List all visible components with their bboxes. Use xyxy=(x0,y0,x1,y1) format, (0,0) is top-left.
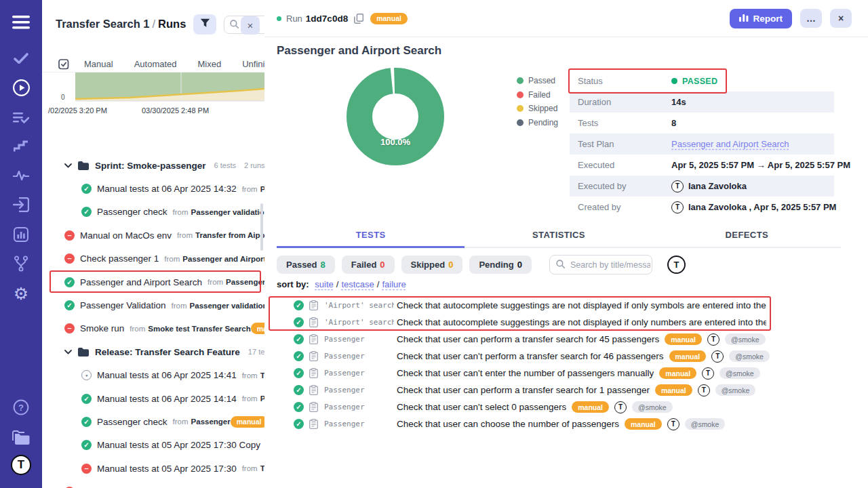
logo-avatar[interactable]: T xyxy=(0,455,42,475)
tree-item[interactable]: Manual tests at 06 May 2025 14:43 from T… xyxy=(42,480,264,488)
detail-text: Passenger and Airport Search xyxy=(671,139,789,149)
tree-item[interactable]: Manual tests at 06 Apr 2025 14:14 from P… xyxy=(42,387,264,410)
runs-play-icon[interactable] xyxy=(0,77,42,98)
plans-list-check-icon[interactable] xyxy=(0,107,42,127)
copy-icon[interactable] xyxy=(354,14,363,24)
tree-item[interactable]: Smoke run from Smoke test Transfer Searc… xyxy=(42,317,264,340)
tree-item-from: from xyxy=(173,418,189,426)
run-status-icon xyxy=(81,370,92,380)
report-button[interactable]: Report xyxy=(730,9,793,28)
detail-text: PASSED xyxy=(682,77,717,86)
assignee-avatar-button[interactable]: T xyxy=(667,256,686,274)
tests-list: 'Airport' search … Check that autocomple… xyxy=(264,297,868,432)
chart-y-tick: 0 xyxy=(61,94,65,101)
test-row[interactable]: Passenger Check that user can't enter th… xyxy=(264,365,868,382)
test-title: Check that autocomplete suggestings are … xyxy=(397,300,766,310)
tree-item[interactable]: Manual tests at 06 Apr 2025 14:32 from P… xyxy=(42,177,264,200)
legend-item: Failed xyxy=(517,90,558,100)
chevron-down-icon[interactable] xyxy=(64,163,72,168)
test-title: Check that user can't select 0 passenger… xyxy=(397,402,566,412)
test-status-icon xyxy=(294,334,304,344)
run-status-icon xyxy=(81,464,92,474)
tree-item[interactable]: Manual on MacOs env from Transfer from A… xyxy=(42,224,264,247)
tree-item-from: from xyxy=(242,371,258,380)
test-row[interactable]: Passenger Check that user can't perform … xyxy=(264,348,868,365)
manual-badge: manual xyxy=(655,384,692,396)
sort-by-suite-link[interactable]: suite xyxy=(315,279,333,289)
avatar: T xyxy=(671,180,684,192)
tree-item-label: Check passenger 1 xyxy=(80,253,159,264)
manual-badge: manual xyxy=(669,350,707,362)
tab[interactable]: DEFECTS xyxy=(653,230,841,248)
tree-item-label: Manual tests at 05 Apr 2025 17:30 Copy xyxy=(97,440,260,450)
breadcrumb-project[interactable]: Transfer Search 1 xyxy=(56,18,150,30)
filter-button[interactable]: Failed 0 xyxy=(342,256,395,274)
tree-item-from: from xyxy=(242,394,258,403)
tree-item[interactable]: Sprint: Smoke-passenger 6 tests2 runs xyxy=(42,154,264,177)
tree-item[interactable]: Release: Transfer Search Feature 17 test… xyxy=(42,340,264,363)
tree-item-source: Passenger and Airport Search xyxy=(182,255,264,263)
search-close-button[interactable]: × xyxy=(241,16,260,35)
avatar: T xyxy=(698,384,710,396)
tree-item[interactable]: Passenger check from Passenger manual 6 xyxy=(42,410,264,433)
tag-badge: @smoke xyxy=(632,401,673,413)
filter-button[interactable]: Passed 8 xyxy=(277,256,335,274)
test-row[interactable]: Passenger Check that user can perform a … xyxy=(264,382,868,399)
manual-badge: manual xyxy=(665,333,702,345)
import-icon[interactable] xyxy=(0,195,42,215)
tree-item[interactable]: Manual tests at 06 Apr 2025 14:41 from T… xyxy=(42,364,264,387)
tree-item-label: Manual tests at 05 Apr 2025 17:30 xyxy=(97,464,237,474)
branch-icon[interactable] xyxy=(0,253,42,274)
tree-item[interactable]: Check passenger 1 from Passenger and Air… xyxy=(42,247,264,270)
tab[interactable]: TESTS xyxy=(277,230,465,248)
legend-item: Pending xyxy=(517,118,558,127)
test-row[interactable]: 'Airport' search … Check that autocomple… xyxy=(264,314,868,331)
tree-item-label: Passenger check xyxy=(97,207,167,217)
run-status-icon xyxy=(64,323,75,333)
tests-search[interactable] xyxy=(549,255,652,274)
detail-value: Passenger and Airport Search xyxy=(671,139,789,149)
tree-item-label: Passenger check xyxy=(97,417,167,427)
tree-item-label: Release: Transfer Search Feature xyxy=(95,347,240,357)
runs-tab[interactable]: Unfinished xyxy=(242,59,265,69)
filter-button[interactable]: Pending 0 xyxy=(469,256,532,274)
runs-tab[interactable]: Manual xyxy=(84,59,113,69)
funnel-icon xyxy=(200,18,210,30)
test-row[interactable]: 'Airport' search … Check that autocomple… xyxy=(264,297,868,314)
more-button[interactable]: … xyxy=(800,9,822,28)
filter-button[interactable]: Skipped 0 xyxy=(401,256,463,274)
scrollbar-thumb[interactable] xyxy=(260,203,263,251)
tree-item[interactable]: Passenger check from Passenger validatio… xyxy=(42,201,264,224)
steps-icon[interactable] xyxy=(0,136,42,157)
select-all-icon[interactable] xyxy=(58,58,69,70)
tree-item[interactable]: Passenger Validation from Passenger vali… xyxy=(42,293,264,317)
chart-legend: Passed Failed Skipped Pending xyxy=(517,76,558,127)
close-run-button[interactable]: × xyxy=(830,9,852,28)
runs-tab[interactable]: Mixed xyxy=(198,59,222,69)
runs-tab[interactable]: Automated xyxy=(134,59,177,69)
pulse-icon[interactable] xyxy=(0,165,42,186)
analytics-icon[interactable] xyxy=(0,224,42,245)
menu-icon[interactable] xyxy=(0,12,42,33)
sort-by-testcase-link[interactable]: testcase xyxy=(341,279,374,289)
tree-item[interactable]: Passenger and Airport Search from Passen… xyxy=(42,270,264,293)
avatar: T xyxy=(614,401,627,413)
detail-label: Created by xyxy=(570,202,671,212)
tab[interactable]: STATISTICS xyxy=(465,230,652,248)
tests-search-input[interactable] xyxy=(569,260,652,270)
projects-folder-icon[interactable] xyxy=(0,427,42,447)
tree-item[interactable]: Manual tests at 05 Apr 2025 17:30 from T… xyxy=(42,457,264,480)
tree-item-from: from xyxy=(173,208,189,216)
tree-item-from: from xyxy=(130,325,145,333)
test-row[interactable]: Passenger Check that user can't select 0… xyxy=(264,399,868,415)
sort-by-failure-link[interactable]: failure xyxy=(382,279,406,289)
chevron-down-icon[interactable] xyxy=(64,350,72,354)
tree-item[interactable]: Manual tests at 05 Apr 2025 17:30 Copy f… xyxy=(42,434,264,457)
help-icon[interactable]: ? xyxy=(0,397,42,418)
gear-icon[interactable]: ⚙ xyxy=(0,283,42,304)
filter-button[interactable] xyxy=(193,14,216,35)
legend-label: Pending xyxy=(528,118,558,127)
tests-check-icon[interactable] xyxy=(0,48,42,68)
test-row[interactable]: Passenger Check that user can choose the… xyxy=(264,415,868,432)
test-row[interactable]: Passenger Check that user can perform a … xyxy=(264,331,868,348)
